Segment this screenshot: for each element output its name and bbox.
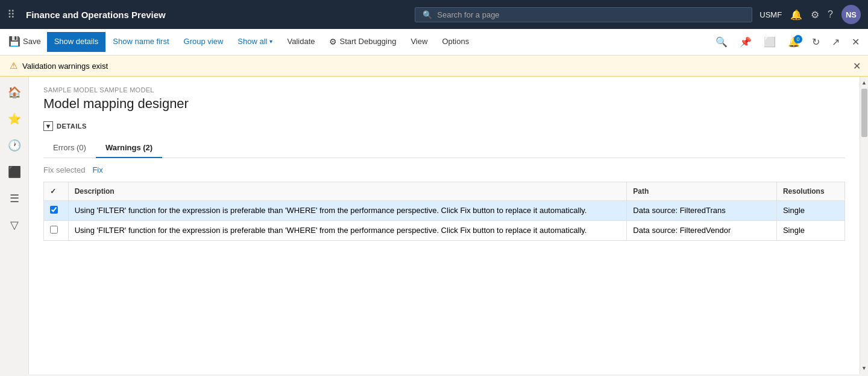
pin-icon[interactable]: 📌 — [734, 31, 758, 53]
scroll-track[interactable] — [860, 89, 869, 362]
expand-icon[interactable]: ⬜ — [758, 31, 782, 53]
search-cmd-icon[interactable]: 🔍 — [709, 31, 734, 53]
sidebar-recent-icon[interactable]: 🕐 — [4, 135, 25, 156]
row-res-1: Single — [776, 201, 844, 221]
row-checkbox-1[interactable] — [50, 206, 58, 214]
open-external-icon[interactable]: ↗ — [826, 31, 846, 53]
sidebar-workspace-icon[interactable]: ⬛ — [4, 161, 25, 183]
main-area: 🏠 ⭐ 🕐 ⬛ ☰ ▽ SAMPLE MODEL SAMPLE MODEL Mo… — [0, 77, 868, 374]
group-view-label: Group view — [184, 37, 224, 46]
start-debugging-label: Start Debugging — [339, 37, 396, 46]
save-label: Save — [23, 37, 41, 46]
scroll-down-button[interactable]: ▼ — [860, 362, 869, 374]
col-path: Path — [627, 182, 777, 201]
fix-selected-link: Fix selected — [43, 165, 85, 174]
settings-icon[interactable]: ⚙ — [811, 9, 819, 21]
options-button[interactable]: Options — [435, 32, 476, 52]
col-description: Description — [68, 182, 627, 201]
action-row: Fix selected Fix — [43, 165, 845, 174]
waffle-icon[interactable]: ⠿ — [7, 8, 15, 21]
tabs-container: Errors (0) Warnings (2) — [43, 138, 845, 158]
row-path-1: Data source: FilteredTrans — [627, 201, 777, 221]
row-checkbox-2[interactable] — [50, 226, 58, 234]
scroll-up-button[interactable]: ▲ — [860, 77, 869, 89]
sidebar-modules-icon[interactable]: ☰ — [4, 188, 25, 209]
warning-icon: ⚠ — [10, 60, 17, 71]
search-icon: 🔍 — [423, 10, 432, 19]
sidebar-home-icon[interactable]: 🏠 — [4, 81, 25, 103]
tab-warnings[interactable]: Warnings (2) — [96, 138, 162, 158]
validation-bar: ⚠ Validation warnings exist ✕ — [0, 56, 868, 77]
row-check-2[interactable] — [44, 221, 69, 241]
help-icon[interactable]: ? — [828, 9, 833, 20]
collapse-icon[interactable]: ▼ — [43, 121, 53, 131]
row-desc-1: Using 'FILTER' function for the expressi… — [68, 201, 627, 221]
save-button[interactable]: 💾 Save — [2, 31, 47, 53]
top-nav: ⠿ Finance and Operations Preview 🔍 USMF … — [0, 0, 868, 29]
show-details-button[interactable]: Show details — [47, 32, 106, 52]
scroll-thumb[interactable] — [861, 89, 867, 137]
row-check-1[interactable] — [44, 201, 69, 221]
fix-link[interactable]: Fix — [92, 165, 102, 174]
warnings-table: ✓ Description Path Resolutions Usi — [43, 182, 845, 241]
breadcrumb: SAMPLE MODEL SAMPLE MODEL — [43, 86, 845, 94]
row-path-2: Data source: FilteredVendor — [627, 221, 777, 241]
top-nav-right: USMF 🔔 ⚙ ? NS — [760, 5, 861, 24]
details-section-header[interactable]: ▼ DETAILS — [43, 121, 845, 131]
check-header-icon: ✓ — [50, 187, 56, 196]
notifications-icon[interactable]: 🔔 — [790, 9, 802, 21]
start-debugging-button[interactable]: ⚙ Start Debugging — [322, 32, 403, 53]
view-button[interactable]: View — [403, 32, 435, 52]
show-details-label: Show details — [54, 37, 99, 46]
command-bar: 💾 Save Show details Show name first Grou… — [0, 29, 868, 56]
row-desc-2: Using 'FILTER' function for the expressi… — [68, 221, 627, 241]
validation-close-button[interactable]: ✕ — [853, 60, 861, 72]
refresh-icon[interactable]: ↻ — [806, 31, 826, 53]
close-icon[interactable]: ✕ — [846, 31, 866, 53]
validate-label: Validate — [287, 37, 315, 46]
notification-cmd-icon[interactable]: 🔔 0 — [782, 31, 806, 53]
show-all-button[interactable]: Show all ▾ — [230, 32, 280, 52]
row-res-2: Single — [776, 221, 844, 241]
sidebar-filter-icon[interactable]: ▽ — [4, 214, 25, 236]
sidebar: 🏠 ⭐ 🕐 ⬛ ☰ ▽ — [0, 77, 29, 374]
show-name-first-label: Show name first — [113, 37, 169, 46]
validation-message: Validation warnings exist — [22, 62, 108, 71]
col-resolutions: Resolutions — [776, 182, 844, 201]
col-check: ✓ — [44, 182, 69, 201]
show-all-dropdown-arrow: ▾ — [269, 38, 272, 45]
view-label: View — [410, 37, 427, 46]
usmf-label: USMF — [760, 10, 782, 19]
validate-button[interactable]: Validate — [280, 32, 322, 52]
table-row[interactable]: Using 'FILTER' function for the expressi… — [44, 221, 845, 241]
debug-icon: ⚙ — [329, 37, 337, 46]
show-name-first-button[interactable]: Show name first — [105, 32, 176, 52]
group-view-button[interactable]: Group view — [177, 32, 231, 52]
save-icon: 💾 — [8, 36, 20, 47]
section-label: DETAILS — [57, 123, 87, 130]
page-title: Model mapping designer — [43, 96, 845, 112]
options-label: Options — [442, 37, 469, 46]
content-area: SAMPLE MODEL SAMPLE MODEL Model mapping … — [29, 77, 860, 374]
show-all-label: Show all — [237, 37, 267, 46]
search-input[interactable] — [437, 10, 744, 19]
scrollbar[interactable]: ▲ ▼ — [860, 77, 868, 374]
app-title: Finance and Operations Preview — [26, 10, 166, 20]
avatar[interactable]: NS — [841, 5, 861, 24]
tab-errors[interactable]: Errors (0) — [43, 138, 96, 158]
table-row[interactable]: Using 'FILTER' function for the expressi… — [44, 201, 845, 221]
sidebar-favorites-icon[interactable]: ⭐ — [4, 108, 25, 130]
search-box[interactable]: 🔍 — [415, 7, 752, 22]
